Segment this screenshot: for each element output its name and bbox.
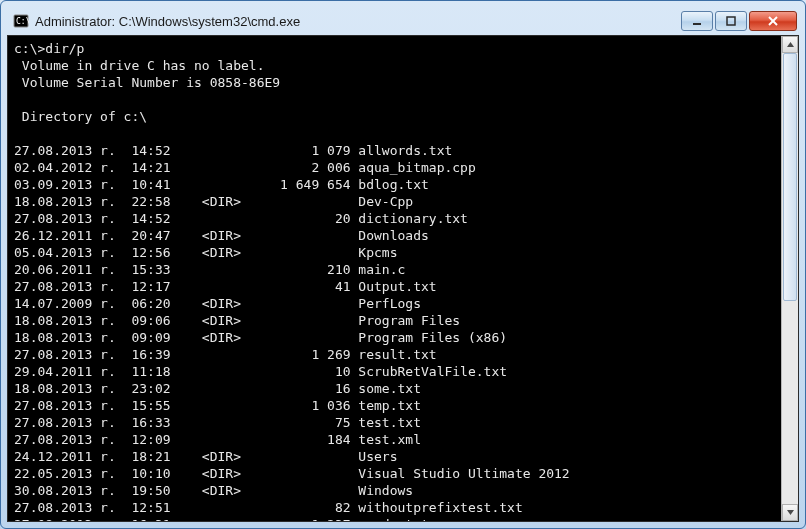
scroll-thumb[interactable] [783,53,797,301]
title-bar: C:\ Administrator: C:\Windows\system32\c… [7,7,799,35]
scroll-down-button[interactable] [782,504,798,521]
svg-rect-3 [727,17,735,25]
scroll-track[interactable] [782,53,798,504]
maximize-icon [726,16,736,26]
chevron-up-icon [786,40,795,49]
svg-rect-2 [693,23,701,25]
close-button[interactable] [749,11,797,31]
scroll-up-button[interactable] [782,36,798,53]
window-controls [679,11,797,31]
console-output[interactable]: c:\>dir/p Volume in drive C has no label… [8,36,781,521]
close-icon [767,16,779,26]
vertical-scrollbar[interactable] [781,36,798,521]
console-client-area: c:\>dir/p Volume in drive C has no label… [7,35,799,522]
window-title: Administrator: C:\Windows\system32\cmd.e… [35,14,673,29]
minimize-button[interactable] [681,11,713,31]
svg-text:C:\: C:\ [16,17,29,26]
chevron-down-icon [786,508,795,517]
svg-marker-7 [787,510,794,515]
svg-marker-6 [787,42,794,47]
minimize-icon [692,16,702,26]
maximize-button[interactable] [715,11,747,31]
cmd-icon: C:\ [13,13,29,29]
